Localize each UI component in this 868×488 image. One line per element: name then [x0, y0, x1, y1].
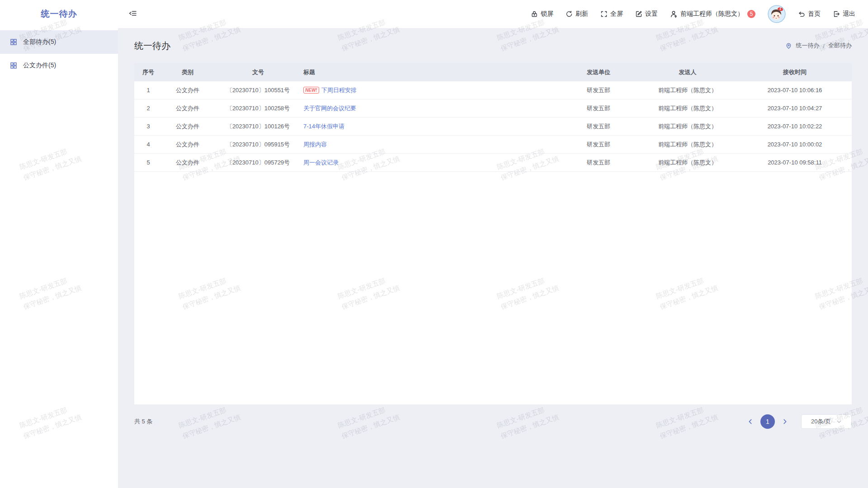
lock-screen-label: 锁屏 — [541, 10, 553, 18]
row-time: 2023-07-10 10:00:02 — [738, 141, 852, 148]
row-unit: 研发五部 — [560, 86, 637, 94]
row-unit: 研发五部 — [560, 159, 637, 167]
next-page-button[interactable] — [782, 418, 788, 425]
row-no: 1 — [134, 87, 162, 94]
user-name-label: 前端工程师（陈思文） — [680, 10, 744, 18]
app-logo: 统一待办 — [0, 8, 118, 20]
breadcrumb-separator: / — [823, 42, 825, 49]
sidebar-item-label: 全部待办(5) — [23, 38, 56, 46]
row-title-cell: 关于官网的会议纪要 — [303, 104, 560, 113]
chevron-down-icon — [836, 419, 842, 424]
back-home-icon — [798, 10, 805, 18]
row-title-cell: 周一会议记录 — [303, 159, 560, 167]
row-sender: 前端工程师（陈思文） — [637, 141, 738, 149]
breadcrumb-current: 全部待办 — [828, 42, 852, 50]
document-title-link[interactable]: 周一会议记录 — [303, 159, 339, 167]
logout-icon — [833, 10, 840, 18]
page-header: 统一待办 统一待办 / 全部待办 — [134, 28, 852, 63]
lock-screen-button[interactable]: 锁屏 — [531, 10, 553, 18]
topbar: 统一待办 锁屏 — [0, 0, 868, 28]
row-category: 公文办件 — [162, 159, 213, 167]
row-no: 5 — [134, 159, 162, 166]
row-unit: 研发五部 — [560, 141, 637, 149]
row-time: 2023-07-10 09:58:11 — [738, 159, 852, 166]
location-pin-icon — [785, 42, 792, 49]
logout-label: 退出 — [843, 10, 855, 18]
logout-button[interactable]: 退出 — [833, 10, 855, 18]
edit-settings-icon — [635, 10, 642, 18]
page-title: 统一待办 — [134, 40, 170, 52]
row-no: 4 — [134, 141, 162, 148]
table-row: 3 公文办件 〔20230710〕100126号 7-14年休假申请 研发五部 … — [134, 117, 852, 136]
page-size-value: 20条/页 — [811, 418, 831, 426]
row-doc-no: 〔20230710〕095915号 — [213, 141, 303, 149]
refresh-icon — [566, 10, 573, 18]
col-header-sender: 发送人 — [637, 68, 738, 76]
home-button[interactable]: 首页 — [798, 10, 821, 18]
breadcrumb-root[interactable]: 统一待办 — [796, 42, 819, 50]
page-size-select[interactable]: 20条/页 — [801, 414, 852, 429]
row-sender: 前端工程师（陈思文） — [637, 122, 738, 131]
row-category: 公文办件 — [162, 104, 213, 113]
row-time: 2023-07-10 10:04:27 — [738, 105, 852, 112]
document-title-link[interactable]: 关于官网的会议纪要 — [303, 104, 356, 113]
row-category: 公文办件 — [162, 86, 213, 94]
row-doc-no: 〔20230710〕100126号 — [213, 122, 303, 131]
content-area: 统一待办 统一待办 / 全部待办 序号 类别 文号 标题 发送单位 — [118, 28, 868, 488]
row-doc-no: 〔20230710〕095729号 — [213, 159, 303, 167]
topbar-actions: 锁屏 刷新 全屏 — [531, 5, 868, 23]
row-category: 公文办件 — [162, 122, 213, 131]
sidebar-collapse-button[interactable] — [129, 9, 137, 19]
row-doc-no: 〔20230710〕100551号 — [213, 86, 303, 94]
pagination-bar: 共 5 条 1 20条/页 — [134, 404, 852, 439]
col-header-no: 序号 — [134, 68, 162, 76]
row-title-cell: 周报内容 — [303, 141, 560, 149]
prev-page-button[interactable] — [747, 418, 754, 425]
row-unit: 研发五部 — [560, 122, 637, 131]
document-title-link[interactable]: 下周日程安排 — [321, 86, 357, 94]
row-time: 2023-07-10 10:02:22 — [738, 123, 852, 130]
avatar[interactable] — [768, 5, 786, 23]
col-header-title: 标题 — [303, 68, 560, 76]
fullscreen-label: 全屏 — [610, 10, 623, 18]
sidebar-item-label: 公文办件(5) — [23, 61, 56, 70]
document-title-link[interactable]: 周报内容 — [303, 141, 327, 149]
row-sender: 前端工程师（陈思文） — [637, 159, 738, 167]
refresh-label: 刷新 — [576, 10, 588, 18]
col-header-time: 接收时间 — [738, 68, 852, 76]
table-row: 4 公文办件 〔20230710〕095915号 周报内容 研发五部 前端工程师… — [134, 136, 852, 154]
sidebar-item-official-docs[interactable]: 公文办件(5) — [0, 54, 118, 77]
refresh-button[interactable]: 刷新 — [566, 10, 588, 18]
row-no: 2 — [134, 105, 162, 112]
total-count-label: 共 5 条 — [134, 418, 152, 426]
document-title-link[interactable]: 7-14年休假申请 — [303, 122, 344, 131]
settings-label: 设置 — [645, 10, 658, 18]
settings-button[interactable]: 设置 — [635, 10, 658, 18]
breadcrumb: 统一待办 / 全部待办 — [785, 42, 852, 50]
row-doc-no: 〔20230710〕100258号 — [213, 104, 303, 113]
table-header-row: 序号 类别 文号 标题 发送单位 发送人 接收时间 — [134, 63, 852, 81]
menu-fold-icon — [129, 9, 137, 19]
table-row: 5 公文办件 〔20230710〕095729号 周一会议记录 研发五部 前端工… — [134, 154, 852, 172]
row-no: 3 — [134, 123, 162, 130]
row-unit: 研发五部 — [560, 104, 637, 113]
todo-count-badge: 5 — [747, 10, 755, 18]
row-title-cell: 7-14年休假申请 — [303, 122, 560, 131]
fullscreen-icon — [600, 10, 608, 18]
table-card: 序号 类别 文号 标题 发送单位 发送人 接收时间 1 公文办件 〔202307… — [134, 63, 852, 404]
sidebar: 全部待办(5) 公文办件(5) — [0, 28, 118, 488]
page-number-button[interactable]: 1 — [760, 414, 775, 429]
table-body: 1 公文办件 〔20230710〕100551号 NEW! 下周日程安排 研发五… — [134, 81, 852, 172]
row-title-cell: NEW! 下周日程安排 — [303, 86, 560, 94]
fullscreen-button[interactable]: 全屏 — [600, 10, 623, 18]
main-layout: 全部待办(5) 公文办件(5) 统一待办 统一待办 — [0, 28, 868, 488]
pager: 1 20条/页 — [747, 414, 852, 429]
sidebar-item-all-todos[interactable]: 全部待办(5) — [0, 30, 118, 54]
home-label: 首页 — [808, 10, 821, 18]
grid-icon — [10, 62, 17, 69]
grid-icon — [10, 38, 17, 46]
col-header-category: 类别 — [162, 68, 213, 76]
new-badge: NEW! — [303, 87, 319, 94]
row-sender: 前端工程师（陈思文） — [637, 104, 738, 113]
user-menu[interactable]: 前端工程师（陈思文） 5 — [670, 10, 755, 18]
